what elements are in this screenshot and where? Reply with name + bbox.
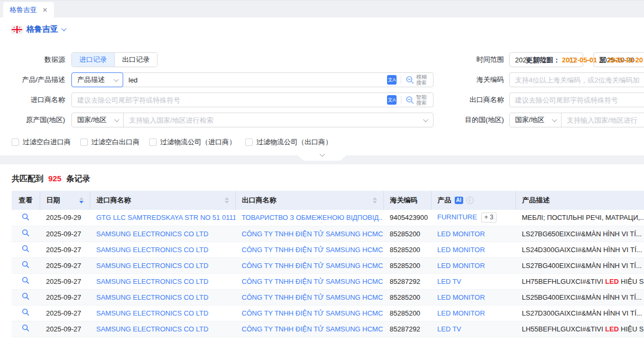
product-search-input[interactable] — [128, 76, 384, 84]
column-header-2[interactable]: 进口商名称 — [90, 191, 235, 210]
product-link[interactable]: LED MONITOR — [437, 309, 485, 317]
filter-checkbox-0[interactable]: 过滤空白进口商 — [12, 137, 71, 147]
smart-search-label[interactable]: 智能搜索 — [416, 94, 428, 106]
importer-link[interactable]: SAMSUNG ELECTRONICS CO LTD — [90, 242, 235, 257]
chevron-down-icon — [423, 117, 428, 122]
filter-checkbox-1[interactable]: 过滤空白出口商 — [80, 137, 140, 147]
cell-product: LED TV — [431, 321, 516, 337]
exporter-link[interactable]: CÔNG TY TNHH ĐIỆN TỬ SAMSUNG HCMC... — [235, 289, 383, 305]
product-link[interactable]: LED MONITOR — [437, 262, 485, 270]
checkbox-icon[interactable] — [149, 138, 157, 146]
view-record-icon[interactable] — [22, 276, 30, 284]
product-type-value: 产品描述 — [77, 75, 105, 85]
cell-description: LH55BEFHLGUXCI#&TIVI LED HIỆU S... — [516, 321, 644, 337]
more-products-badge[interactable]: + 3 — [481, 212, 496, 223]
importer-label: 进口商名称 — [0, 95, 71, 105]
cell-product: FURNITURE+ 3 — [431, 210, 516, 226]
checkbox-icon[interactable] — [245, 138, 253, 146]
product-link[interactable]: LED TV — [437, 278, 461, 285]
chevron-down-icon[interactable] — [61, 26, 67, 31]
view-button[interactable] — [12, 242, 40, 257]
divider — [401, 76, 401, 84]
sort-icon[interactable] — [373, 197, 377, 204]
importer-field: 文A 智能搜索 — [71, 93, 434, 107]
view-button[interactable] — [12, 210, 40, 226]
exporter-field[interactable] — [509, 93, 644, 107]
origin-country-select[interactable]: 国家/地区 — [72, 113, 124, 127]
product-type-select[interactable]: 产品描述 — [71, 72, 123, 87]
exporter-link[interactable]: CÔNG TY TNHH ĐIỆN TỬ SAMSUNG HCMC... — [235, 257, 383, 273]
importer-link[interactable]: SAMSUNG ELECTRONICS CO LTD — [90, 321, 235, 337]
origin-country-label: 原产国(地区) — [0, 115, 71, 125]
info-icon[interactable]: i — [466, 197, 474, 204]
smart-search-icon[interactable] — [406, 96, 415, 105]
exporter-link[interactable]: CÔNG TY TNHH ĐIỆN TỬ SAMSUNG HCMC... — [235, 242, 383, 257]
importer-link[interactable]: SAMSUNG ELECTRONICS CO LTD — [90, 289, 235, 305]
view-record-icon[interactable] — [22, 324, 30, 332]
cell-product: LED MONITOR — [431, 289, 516, 305]
checkbox-icon[interactable] — [12, 138, 19, 146]
cell-product: LED MONITOR — [431, 257, 516, 273]
product-link[interactable]: FURNITURE — [437, 213, 477, 221]
tab-title: 格鲁吉亚 — [10, 5, 37, 15]
exporter-link[interactable]: ТОВАРИСТВО З ОБМЕЖЕНОЮ ВІДПОВІД... — [235, 210, 383, 226]
tab-import-records[interactable]: 进口记录 — [72, 53, 114, 67]
view-button[interactable] — [12, 226, 40, 242]
exporter-link[interactable]: CÔNG TY TNHH ĐIỆN TỬ SAMSUNG HCMC... — [235, 305, 383, 321]
view-button[interactable] — [12, 305, 40, 321]
view-record-icon[interactable] — [22, 292, 30, 300]
product-link[interactable]: LED MONITOR — [437, 246, 485, 254]
column-header-3[interactable]: 出口商名称 — [235, 191, 383, 210]
fuzzy-search-icon[interactable] — [406, 76, 415, 85]
country-title[interactable]: 格鲁吉亚 — [26, 24, 58, 34]
origin-country-input[interactable] — [129, 116, 423, 124]
product-link[interactable]: LED MONITOR — [437, 293, 485, 301]
exporter-link[interactable]: CÔNG TY TNHH ĐIỆN TỬ SAMSUNG HCMC... — [235, 321, 383, 337]
checkbox-icon[interactable] — [80, 138, 88, 146]
cell-description: МЕБЛІ; ПОСТІЛЬНІ РЕЧІ, МАТРАЦИ,... — [516, 210, 644, 226]
collapse-filters-handle[interactable] — [292, 151, 352, 161]
importer-input[interactable] — [77, 96, 384, 104]
importer-link[interactable]: SAMSUNG ELECTRONICS CO LTD — [90, 257, 235, 273]
exporter-input[interactable] — [515, 96, 644, 104]
close-icon[interactable]: ✕ — [42, 6, 48, 14]
column-header-5: 产品AIi — [431, 191, 516, 210]
view-record-icon[interactable] — [22, 213, 30, 221]
exporter-link[interactable]: CÔNG TY TNHH ĐIỆN TỬ SAMSUNG HCMC... — [235, 226, 383, 242]
view-button[interactable] — [12, 321, 40, 337]
importer-link[interactable]: SAMSUNG ELECTRONICS CO LTD — [90, 305, 235, 321]
view-record-icon[interactable] — [22, 261, 30, 269]
dest-country-input[interactable] — [567, 116, 644, 124]
view-record-icon[interactable] — [22, 245, 30, 253]
importer-link[interactable]: SAMSUNG ELECTRONICS CO LTD — [90, 273, 235, 289]
country-header: 格鲁吉亚 — [0, 17, 644, 39]
view-record-icon[interactable] — [22, 229, 30, 237]
chevron-down-icon — [114, 117, 119, 122]
dest-country-select[interactable]: 国家/地区 — [510, 113, 562, 127]
filter-checkbox-2[interactable]: 过滤物流公司（进口商） — [149, 137, 236, 147]
product-link[interactable]: LED TV — [437, 325, 461, 333]
cell-hs-code: 85285200 — [383, 242, 431, 257]
view-record-icon[interactable] — [22, 308, 30, 316]
importer-link[interactable]: GTG LLC SAMTREDSKAYA STR NO 51 01119... — [90, 210, 235, 226]
tab-georgia[interactable]: 格鲁吉亚 ✕ — [3, 2, 54, 17]
exporter-label: 出口商名称 — [434, 95, 509, 105]
translate-icon[interactable]: 文A — [387, 75, 397, 85]
update-range-to-word: 至 — [599, 56, 606, 64]
cell-date: 2025-09-27 — [40, 257, 90, 273]
fuzzy-search-label[interactable]: 模糊搜索 — [416, 74, 428, 86]
exporter-link[interactable]: CÔNG TY TNHH ĐIỆN TỬ SAMSUNG HCMC... — [235, 273, 383, 289]
filter-checkbox-3[interactable]: 过滤物流公司（出口商） — [245, 137, 332, 147]
tab-export-records[interactable]: 出口记录 — [114, 53, 157, 67]
view-button[interactable] — [12, 289, 40, 305]
product-link[interactable]: LED MONITOR — [437, 230, 485, 238]
hs-code-input[interactable] — [515, 76, 644, 84]
hs-code-field[interactable] — [509, 72, 644, 87]
sort-icon[interactable] — [79, 197, 84, 204]
sort-icon[interactable] — [225, 197, 229, 204]
view-button[interactable] — [12, 273, 40, 289]
view-button[interactable] — [12, 257, 40, 273]
column-header-1[interactable]: 日期 — [40, 191, 90, 210]
importer-link[interactable]: SAMSUNG ELECTRONICS CO LTD — [90, 226, 235, 242]
translate-icon[interactable]: 文A — [387, 95, 397, 105]
